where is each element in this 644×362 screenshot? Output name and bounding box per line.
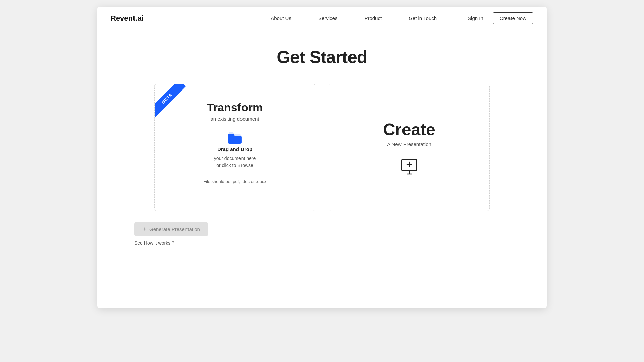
page-wrapper: Revent.ai About Us Services Product Get … (97, 7, 547, 308)
logo[interactable]: Revent.ai (111, 14, 144, 23)
create-subtitle: A New Presentation (387, 141, 431, 147)
sign-in-button[interactable]: Sign In (464, 13, 487, 24)
nav-link-about[interactable]: About Us (257, 15, 305, 21)
create-now-button[interactable]: Create Now (493, 12, 533, 24)
transform-title: Transform (207, 101, 263, 114)
nav-item-contact[interactable]: Get in Touch (395, 15, 450, 21)
nav-actions: Sign In Create Now (464, 12, 533, 24)
nav-links: About Us Services Product Get in Touch (257, 15, 450, 21)
create-title: Create (383, 120, 435, 139)
cards-row: BETA Transform an exisiting document Dra… (117, 84, 527, 211)
navbar: Revent.ai About Us Services Product Get … (97, 7, 547, 30)
how-it-works-button[interactable]: See How it works ? (134, 240, 174, 246)
spark-icon: ✦ (142, 226, 147, 232)
nav-link-product[interactable]: Product (351, 15, 395, 21)
transform-subtitle: an exisiting document (210, 116, 259, 122)
drag-drop-sub: your document here or click to Browse (214, 155, 256, 169)
transform-card[interactable]: BETA Transform an exisiting document Dra… (154, 84, 315, 211)
drag-drop-title: Drag and Drop (217, 146, 252, 152)
nav-link-contact[interactable]: Get in Touch (395, 15, 450, 21)
beta-ribbon: BETA (155, 84, 195, 124)
new-presentation-icon (400, 158, 418, 175)
nav-item-about[interactable]: About Us (257, 15, 305, 21)
page-title: Get Started (117, 47, 527, 67)
file-hint: File should be .pdf, .doc or .docx (203, 179, 266, 184)
generate-presentation-button[interactable]: ✦ Generate Presentation (134, 222, 208, 236)
main-content: Get Started BETA Transform an exisiting … (97, 30, 547, 266)
bottom-actions: ✦ Generate Presentation See How it works… (134, 222, 527, 246)
nav-item-services[interactable]: Services (305, 15, 351, 21)
nav-link-services[interactable]: Services (305, 15, 351, 21)
create-card[interactable]: Create A New Presentation (329, 84, 490, 211)
beta-label: BETA (155, 84, 186, 117)
nav-item-product[interactable]: Product (351, 15, 395, 21)
upload-area[interactable]: Drag and Drop your document here or clic… (214, 131, 256, 169)
folder-icon (227, 131, 242, 144)
